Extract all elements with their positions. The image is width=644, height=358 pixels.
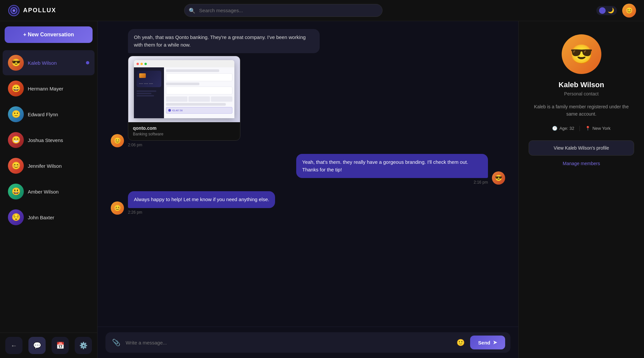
- location-icon: 📍: [585, 126, 590, 131]
- link-preview-info: qonto.com Banking software: [128, 122, 240, 140]
- user-avatar[interactable]: 😊: [622, 4, 636, 18]
- msg-content-1: Oh yeah, that was Qonto banking. They're…: [128, 29, 320, 147]
- send-button[interactable]: Send ➤: [470, 336, 505, 349]
- link-preview-image: •••• •••• ••••: [128, 56, 240, 122]
- contact-avatar-john: 😌: [8, 209, 24, 225]
- right-panel: 😎 Kaleb Wilson Personal contact Kaleb is…: [518, 21, 644, 358]
- age-icon: 🕐: [552, 126, 557, 131]
- input-area: 📎 🙂 Send ➤: [98, 327, 518, 358]
- manage-members-link[interactable]: Manage members: [563, 161, 600, 166]
- view-profile-button[interactable]: View Kaleb Wilson's profile: [529, 140, 634, 156]
- msg-bubble-2: Yeah, that's them. they really have a go…: [296, 154, 488, 178]
- settings-button[interactable]: ⚙️: [75, 337, 92, 354]
- msg-time-3: 2:26 pm: [128, 210, 275, 215]
- toggle-dot: [599, 7, 606, 14]
- msg-content-2: Yeah, that's them. they really have a go…: [296, 154, 488, 185]
- contact-name-jennifer: Jennifer Wilson: [28, 163, 62, 169]
- chat-area: 😊 Oh yeah, that was Qonto banking. They'…: [98, 21, 518, 358]
- contact-name-kaleb: Kaleb Wilson: [28, 60, 57, 66]
- sidebar-item-jennifer[interactable]: 😊 Jennifer Wilson: [3, 153, 95, 178]
- search-icon: 🔍: [189, 7, 195, 14]
- message-row-3: 😊 Always happy to help! Let me know if y…: [111, 191, 505, 215]
- fake-row-3: [166, 103, 226, 106]
- message-row-2: 😎 Yeah, that's them. they really have a …: [111, 154, 505, 185]
- fake-card-2: [166, 87, 232, 94]
- link-preview-card[interactable]: •••• •••• ••••: [128, 56, 240, 141]
- profile-name: Kaleb Wilson: [559, 81, 604, 89]
- send-label: Send: [478, 340, 490, 345]
- top-navigation: APOLLUX 🔍 🌙 😊: [0, 0, 644, 21]
- msg-avatar-1: 😊: [111, 134, 124, 147]
- theme-toggle-button[interactable]: 🌙: [596, 6, 617, 15]
- location-label: New York: [592, 126, 611, 131]
- contact-name-john: John Baxter: [28, 215, 54, 220]
- contact-name-amber: Amber Wilson: [28, 189, 59, 195]
- contact-avatar-hermann: 😄: [8, 81, 24, 96]
- link-preview-desc: Banking software: [133, 132, 235, 136]
- profile-avatar-large: 😎: [562, 34, 601, 74]
- age-meta: 🕐 Age: 32: [552, 126, 574, 131]
- search-bar: 🔍: [184, 4, 382, 17]
- browser-dot-yellow: [141, 63, 143, 65]
- sidebar-item-joshua[interactable]: 😁 Joshua Stevens: [3, 127, 95, 153]
- msg-avatar-3: 😊: [111, 201, 124, 215]
- fake-row-2: [166, 83, 199, 85]
- browser-bar: [134, 60, 234, 67]
- msg-time-2: 2:16 pm: [296, 180, 488, 185]
- link-preview-url: qonto.com: [133, 125, 235, 131]
- contact-avatar-joshua: 😁: [8, 132, 24, 148]
- msg-time-1: 2:06 pm: [128, 143, 320, 147]
- fake-row-1: [166, 69, 219, 72]
- messages-container: 😊 Oh yeah, that was Qonto banking. They'…: [98, 21, 518, 327]
- profile-description: Kaleb is a family member registered unde…: [529, 103, 634, 118]
- browser-dot-red: [137, 63, 139, 65]
- sidebar: + New Conversation 😎 Kaleb Wilson 😄 Herm…: [0, 21, 98, 358]
- contact-avatar-kaleb: 😎: [8, 55, 24, 71]
- contact-avatar-jennifer: 😊: [8, 158, 24, 174]
- browser-main-fake: €3,467.56: [164, 67, 234, 118]
- location-meta: 📍 New York: [585, 126, 611, 131]
- msg-bubble-3: Always happy to help! Let me know if you…: [128, 191, 275, 208]
- contact-avatar-edward: 🙂: [8, 106, 24, 122]
- calendar-button[interactable]: 📅: [52, 337, 69, 354]
- contact-avatar-amber: 😃: [8, 184, 24, 199]
- message-input[interactable]: [126, 340, 451, 345]
- sidebar-bottom: ← 💬 📅 ⚙️: [0, 333, 97, 358]
- contact-name-hermann: Hermann Mayer: [28, 86, 63, 91]
- browser-dot-green: [144, 63, 147, 65]
- sidebar-item-edward[interactable]: 🙂 Edward Flynn: [3, 102, 95, 127]
- browser-content: •••• •••• ••••: [134, 67, 234, 118]
- new-conversation-button[interactable]: + New Conversation: [5, 26, 93, 43]
- calendar-icon: 📅: [56, 341, 64, 349]
- msg-bubble-1: Oh yeah, that was Qonto banking. They're…: [128, 29, 320, 53]
- settings-icon: ⚙️: [79, 341, 88, 349]
- back-button[interactable]: ←: [5, 337, 22, 354]
- logo-icon: [8, 5, 20, 17]
- nav-right: 🌙 😊: [596, 4, 636, 18]
- sidebar-item-amber[interactable]: 😃 Amber Wilson: [3, 179, 95, 204]
- profile-meta: 🕐 Age: 32 📍 New York: [552, 126, 611, 131]
- input-row: 📎 🙂 Send ➤: [105, 332, 510, 353]
- sidebar-item-john[interactable]: 😌 John Baxter: [3, 205, 95, 230]
- emoji-button[interactable]: 🙂: [455, 337, 466, 348]
- chat-button[interactable]: 💬: [28, 337, 46, 354]
- search-input[interactable]: [184, 4, 382, 17]
- main-layout: + New Conversation 😎 Kaleb Wilson 😄 Herm…: [0, 21, 644, 358]
- profile-type: Personal contact: [564, 91, 598, 96]
- contact-name-joshua: Joshua Stevens: [28, 137, 63, 143]
- meta-divider: [580, 126, 580, 131]
- attach-button[interactable]: 📎: [111, 337, 122, 348]
- logo-area: APOLLUX: [8, 5, 74, 17]
- contact-name-edward: Edward Flynn: [28, 112, 58, 117]
- msg-content-3: Always happy to help! Let me know if you…: [128, 191, 275, 215]
- svg-point-2: [13, 9, 15, 12]
- send-icon: ➤: [493, 340, 497, 345]
- unread-dot-kaleb: [86, 61, 89, 64]
- chat-icon: 💬: [33, 341, 41, 349]
- sidebar-item-kaleb[interactable]: 😎 Kaleb Wilson: [3, 50, 95, 75]
- logo-text: APOLLUX: [23, 7, 56, 14]
- fake-card-1: [166, 73, 232, 81]
- browser-sidebar-fake: •••• •••• ••••: [134, 67, 164, 118]
- sidebar-item-hermann[interactable]: 😄 Hermann Mayer: [3, 76, 95, 101]
- profile-avatar-emoji: 😎: [570, 43, 593, 65]
